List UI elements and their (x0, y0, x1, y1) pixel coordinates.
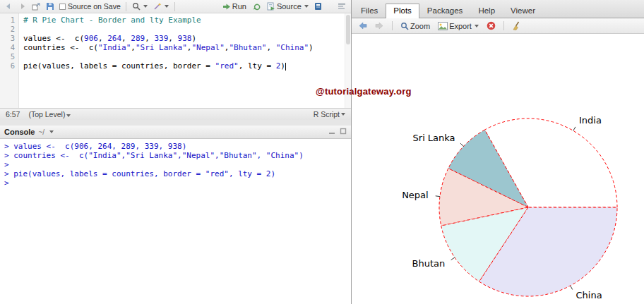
plots-pane: FilesPlotsPackagesHelpViewer Zoom Export (352, 0, 644, 304)
pie-label-tick (571, 286, 573, 290)
left-arrow-icon (5, 3, 13, 10)
pie-label-bhutan: Bhutan (412, 258, 446, 269)
code-line (23, 25, 351, 34)
scope-label: (Top Level) (28, 110, 65, 118)
source-doc-icon (267, 2, 275, 11)
next-plot-icon[interactable] (373, 21, 386, 30)
rstudio-window: Source on Save Run Source (0, 0, 644, 304)
broom-icon (512, 21, 521, 30)
console-working-dir[interactable]: ~/ (38, 128, 44, 136)
save-icon[interactable] (44, 1, 56, 11)
magnifier-icon (400, 22, 409, 30)
document-outline-icon[interactable] (335, 2, 348, 11)
run-button[interactable]: Run (220, 1, 249, 11)
scope-selector[interactable]: (Top Level) (28, 110, 71, 118)
run-label: Run (232, 2, 246, 11)
remove-plot-icon[interactable] (484, 20, 498, 31)
circular-arrow-icon (252, 2, 261, 11)
export-button[interactable]: Export (436, 21, 481, 31)
rerun-icon[interactable] (250, 1, 263, 11)
code-line: values <- c(906, 264, 289, 339, 938) (23, 34, 351, 43)
pie-label-nepal: Nepal (402, 190, 429, 200)
clear-plots-icon[interactable] (510, 20, 523, 31)
code-tools-icon[interactable] (151, 1, 171, 11)
toolbar-separator (174, 2, 175, 11)
compile-report-icon[interactable] (312, 1, 324, 11)
list-lines-icon (338, 3, 346, 10)
maximize-icon[interactable] (340, 128, 347, 136)
pie-label-tick (451, 257, 455, 260)
export-label: Export (449, 22, 472, 30)
cursor-position: 6:57 (6, 110, 20, 118)
console-output[interactable]: > values <- c(906, 264, 289, 339, 938)> … (0, 139, 351, 304)
source-button[interactable]: Source (265, 1, 311, 11)
plot-area: IndiaSri LankaNepalBhutanChina (352, 34, 644, 303)
forward-icon[interactable] (16, 2, 28, 11)
line-number: 2 (0, 25, 18, 34)
pie-label-sri-lanka: Sri Lanka (413, 133, 455, 143)
chevron-down-icon[interactable] (49, 130, 54, 133)
chevron-down-icon (143, 5, 148, 8)
scrollbar-thumb[interactable] (346, 15, 350, 44)
source-label: Source (277, 2, 302, 11)
editor-body: 123456 # R Pie Chart - Border and lty Ex… (0, 13, 351, 108)
chevron-down-icon (341, 113, 345, 116)
console-line: > values <- c(906, 264, 289, 339, 938) (4, 142, 347, 151)
back-icon[interactable] (3, 2, 15, 11)
watermark: @tutorialgateway.org (316, 86, 412, 97)
source-on-save-checkbox[interactable]: Source on Save (58, 2, 122, 11)
plots-toolbar: Zoom Export (352, 18, 644, 34)
red-x-icon (487, 21, 496, 30)
popout-icon[interactable] (30, 2, 42, 11)
console-title: Console (4, 128, 35, 136)
pie-chart-svg: IndiaSri LankaNepalBhutanChina (352, 34, 644, 303)
tab-plots[interactable]: Plots (386, 4, 419, 18)
zoom-button[interactable]: Zoom (398, 21, 432, 31)
toolbar-separator (392, 21, 393, 30)
text-caret (285, 63, 286, 71)
chevron-down-icon (165, 5, 169, 8)
tab-help[interactable]: Help (470, 4, 503, 18)
code-line (23, 52, 351, 61)
pie-label-tick (436, 196, 440, 197)
toolbar-separator (503, 21, 504, 30)
tab-packages[interactable]: Packages (419, 4, 471, 18)
toolbar-separator (126, 2, 126, 11)
pane-splitter[interactable] (0, 120, 352, 126)
source-on-save-label: Source on Save (68, 2, 121, 11)
line-number: 1 (0, 16, 18, 25)
code-line: countries <- c("India","Sri Lanka","Nepa… (23, 43, 351, 52)
tab-viewer[interactable]: Viewer (503, 4, 543, 18)
line-number: 3 (0, 34, 18, 43)
console-pane: Console ~/ > values <- c(906, 264, 289, … (0, 126, 352, 304)
left-arrow-icon (358, 22, 367, 30)
right-arrow-icon (375, 22, 384, 30)
floppy-icon (46, 2, 54, 11)
wand-icon (153, 2, 162, 11)
image-icon (438, 22, 448, 30)
editor-code[interactable]: # R Pie Chart - Border and lty Example v… (19, 13, 351, 108)
find-icon[interactable] (130, 1, 150, 11)
chevron-down-icon (475, 25, 479, 28)
pie-label-china: China (576, 290, 602, 300)
file-type-selector[interactable]: R Script (314, 110, 345, 118)
pie-label-tick (460, 143, 464, 146)
checkbox-icon (59, 4, 66, 10)
editor-toolbar: Source on Save Run Source (0, 0, 351, 13)
console-line: > (4, 160, 347, 169)
open-in-window-icon (32, 3, 40, 11)
file-type-label: R Script (314, 110, 340, 118)
line-number: 5 (0, 52, 18, 61)
pie-label-india: India (579, 115, 602, 126)
tab-files[interactable]: Files (353, 4, 386, 18)
chevron-down-icon (304, 5, 309, 8)
minimize-icon[interactable] (328, 128, 335, 136)
zoom-label: Zoom (410, 22, 430, 30)
line-number: 6 (0, 61, 18, 71)
console-line: > countries <- c("India","Sri Lanka","Ne… (4, 151, 347, 160)
pane-tabs: FilesPlotsPackagesHelpViewer (352, 0, 644, 18)
console-line: > (4, 178, 347, 188)
right-arrow-icon (18, 3, 26, 10)
console-header: Console ~/ (0, 126, 351, 139)
previous-plot-icon[interactable] (356, 21, 369, 30)
